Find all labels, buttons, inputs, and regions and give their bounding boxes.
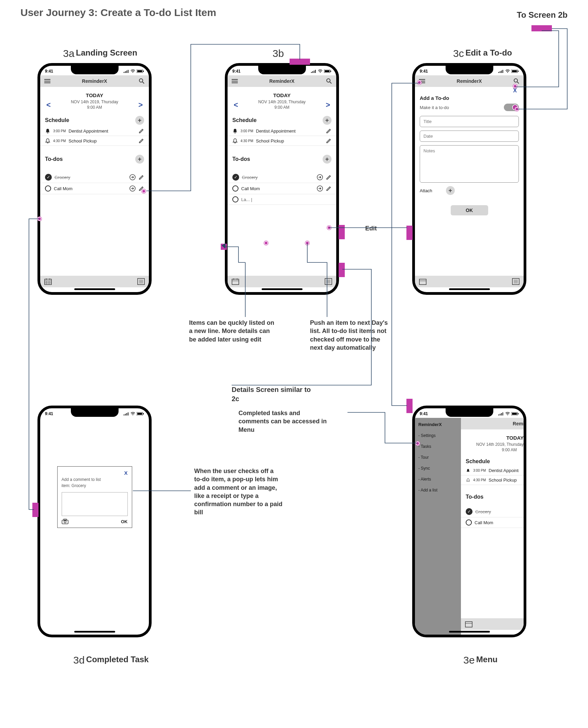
menu-item-settings[interactable]: - Settings [418,433,458,438]
schedule-row[interactable]: 4:30 PM School Pickup [461,475,524,485]
next-day-button[interactable]: > [138,101,143,109]
popup-ok-button[interactable]: OK [121,519,128,524]
app-header: ReminderX [228,75,336,87]
menu-icon[interactable] [232,79,238,83]
flow-dot [513,84,517,88]
camera-icon[interactable] [62,519,68,524]
menu-item-add-list[interactable]: - Add a list [418,488,458,492]
menu-item-tasks[interactable]: - Tasks [418,444,458,449]
todo-row[interactable]: Call Mom [40,183,149,194]
edit-icon[interactable] [139,128,144,134]
list-view-icon[interactable] [325,278,332,285]
svg-line-9 [142,82,144,84]
schedule-row[interactable]: 3:00 PM Dentist Appointment [40,126,149,136]
comment-textarea[interactable] [62,492,128,516]
ok-button[interactable]: OK [451,205,488,215]
push-next-icon[interactable] [129,185,136,192]
schedule-header: Schedule [461,456,524,466]
next-day-button[interactable]: > [326,101,330,109]
schedule-row[interactable]: 3:00 PM Dentist Appointment [228,126,336,136]
checkbox-checked-icon[interactable] [466,508,473,515]
date-input[interactable]: Date [420,131,519,142]
form-area: Add a To-do Make it a to-do Title Date N… [415,87,524,220]
add-schedule-button[interactable]: + [323,116,331,125]
signal-icon [124,412,129,415]
todo-label-typing[interactable]: La... | [241,197,331,202]
calendar-icon[interactable] [465,621,473,627]
svg-point-74 [64,521,66,523]
add-schedule-button[interactable]: + [135,116,144,125]
bottom-bar [461,618,524,630]
bottom-bar [40,276,149,287]
calendar-icon[interactable] [419,278,427,285]
search-icon[interactable] [139,78,145,84]
today-date: NOV 14th 2019, Thursday [228,100,336,104]
todo-row[interactable]: Call Mom [228,183,336,194]
todos-header: To-dos + [40,152,149,165]
app-title: ReminderX [457,78,482,84]
edit-icon[interactable] [326,186,331,191]
notes-input[interactable]: Notes [420,145,519,183]
today-label: TODAY [471,435,524,441]
attach-add-button[interactable]: + [446,186,455,195]
todo-row[interactable]: Grocery [40,172,149,183]
annot-push-next: Push an item to next Day's list. All to-… [310,319,388,352]
todo-row[interactable]: Call Mom [461,517,524,528]
svg-rect-77 [501,413,502,415]
schedule-time: 3:00 PM [53,129,66,133]
push-next-icon[interactable] [129,174,136,181]
app-title: ReminderX [513,421,526,426]
menu-icon[interactable] [44,79,50,83]
push-next-icon[interactable] [316,185,323,192]
calendar-icon[interactable] [232,278,239,285]
schedule-row[interactable]: 3:00 PM Dentist Appointment [461,466,524,475]
schedule-label-text: Dentist Appointment [489,468,519,473]
svg-rect-6 [137,70,142,72]
bell-off-icon [232,138,238,143]
prev-day-button[interactable]: < [234,101,238,109]
menu-item-alerts[interactable]: - Alerts [418,477,458,482]
home-indicator [74,631,115,633]
edit-icon[interactable] [326,175,331,180]
title-input[interactable]: Title [420,116,519,127]
add-todo-button[interactable]: + [135,155,144,164]
edit-icon[interactable] [139,175,144,180]
push-next-icon[interactable] [316,174,323,181]
add-todo-button[interactable]: + [323,155,331,164]
svg-rect-82 [518,413,519,414]
checkbox-checked-icon[interactable] [45,174,52,181]
checkbox-empty-icon[interactable] [232,185,238,192]
svg-point-52 [507,72,508,73]
todo-row[interactable]: Grocery [228,172,336,183]
close-button[interactable]: X [513,88,517,94]
prev-day-button[interactable]: < [46,101,51,109]
schedule-row[interactable]: 4:30 PM School Pickup [40,136,149,146]
list-view-icon[interactable] [137,278,145,285]
annot-quick-list: Items can be quckly listed on a new line… [189,319,278,344]
checkbox-empty-icon[interactable] [232,196,238,202]
calendar-icon[interactable] [44,278,52,285]
todo-label: Grocery [242,175,314,180]
schedule-row[interactable]: 4:30 PM School Pickup [228,136,336,146]
search-icon[interactable] [326,78,332,84]
todo-row[interactable]: Grocery [461,506,524,517]
edit-icon[interactable] [139,138,144,143]
list-view-icon[interactable] [512,278,520,285]
checkbox-empty-icon[interactable] [45,185,51,192]
wifi-icon [130,70,135,73]
sb-right [124,70,144,73]
phone-3b: 9:41 ReminderX TODAY NOV 14th 2019, Thur… [225,63,339,295]
edit-icon[interactable] [326,128,331,134]
todos-label: To-dos [232,156,250,162]
menu-item-tour[interactable]: - Tour [418,455,458,460]
todo-label: Call Mom [54,186,126,191]
edit-icon[interactable] [326,138,331,143]
popup-close-button[interactable]: X [62,470,128,476]
todo-row-typing[interactable]: La... | [228,194,336,205]
checkbox-checked-icon[interactable] [232,174,239,181]
svg-rect-2 [126,71,127,73]
menu-item-sync[interactable]: - Sync [418,466,458,471]
sb-time: 9:41 [420,69,428,74]
checkbox-empty-icon[interactable] [466,519,472,526]
search-icon[interactable] [513,78,520,84]
